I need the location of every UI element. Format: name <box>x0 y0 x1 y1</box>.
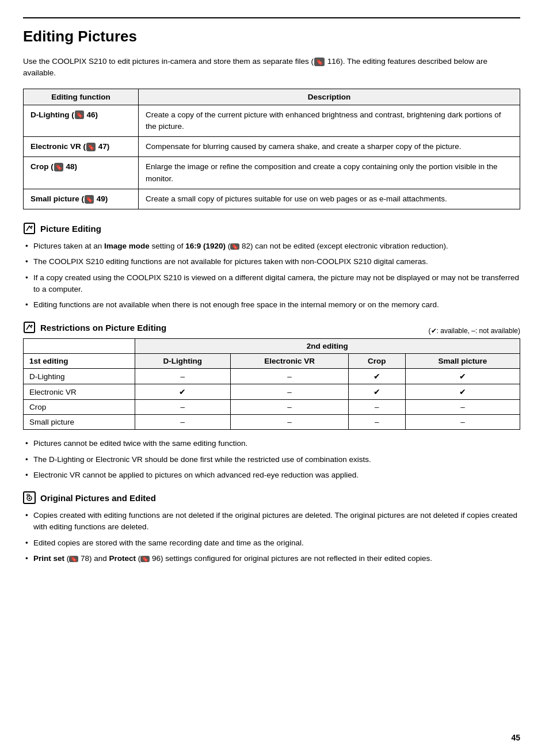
desc-small-picture: Create a small copy of pictures suitable… <box>139 189 520 209</box>
list-item: If a copy created using the COOLPIX S210… <box>23 272 520 296</box>
cell-crop-dl: – <box>135 400 231 415</box>
function-d-lighting: D-Lighting (🔖 46) <box>24 105 139 137</box>
ref-icon: 🔖 <box>86 143 96 151</box>
page-title: Editing Pictures <box>23 28 520 45</box>
svg-rect-2 <box>24 322 35 333</box>
desc-d-lighting: Create a copy of the current picture wit… <box>139 105 520 137</box>
list-item: Pictures taken at an Image mode setting … <box>23 240 520 252</box>
top-divider <box>23 17 520 18</box>
ref-icon: 🔖 <box>54 163 63 171</box>
page-number: 45 <box>511 733 520 742</box>
list-item: Editing functions are not available when… <box>23 299 520 311</box>
picture-editing-title: Picture Editing <box>40 224 101 234</box>
cell-dl-sp: ✔ <box>405 369 520 384</box>
col-header-function: Editing function <box>24 89 139 105</box>
restrictions-header-row: Restrictions on Picture Editing (✔: avai… <box>23 321 520 335</box>
row-label-small-picture: Small picture <box>24 415 135 430</box>
table-row: Small picture – – – – <box>24 415 520 430</box>
table-row: Crop (🔖 48) Enlarge the image or refine … <box>24 157 520 189</box>
table-row: Electronic VR ✔ – ✔ ✔ <box>24 384 520 400</box>
restrictions-bullets: Pictures cannot be edited twice with the… <box>23 438 520 481</box>
row-label-crop: Crop <box>24 400 135 415</box>
row-label-d-lighting: D-Lighting <box>24 369 135 384</box>
cell-crop-crop: – <box>348 400 405 415</box>
crop-col-header: Crop <box>348 354 405 369</box>
cell-evr-dl: ✔ <box>135 384 231 400</box>
ref-icon: 🔖 <box>230 243 239 250</box>
cell-evr-evr: – <box>231 384 349 400</box>
col-header-description: Description <box>139 89 520 105</box>
list-item: The D-Lighting or Electronic VR should b… <box>23 454 520 465</box>
list-item: The COOLPIX S210 editing functions are n… <box>23 256 520 268</box>
restrictions-title: Restrictions on Picture Editing <box>40 323 166 333</box>
list-item: Pictures cannot be edited twice with the… <box>23 438 520 449</box>
cell-dl-crop: ✔ <box>348 369 405 384</box>
svg-point-7 <box>29 498 30 499</box>
ref-icon: 🔖 <box>75 110 84 119</box>
function-small-picture: Small picture (🔖 49) <box>24 189 139 209</box>
original-pictures-bullets: Copies created with editing functions ar… <box>23 510 520 564</box>
electronic-vr-col-header: Electronic VR <box>231 354 349 369</box>
function-electronic-vr: Electronic VR (🔖 47) <box>24 137 139 157</box>
ref-116: 🔖 <box>314 58 325 66</box>
restrictions-note: (✔: available, –: not available) <box>429 327 520 335</box>
1st-editing-col-header: 1st editing <box>24 354 135 369</box>
cell-evr-crop: ✔ <box>348 384 405 400</box>
ref-icon: 🔖 <box>69 556 78 562</box>
2nd-editing-header: 2nd editing <box>135 339 520 354</box>
ref-icon: 🔖 <box>140 556 150 562</box>
list-item: Edited copies are stored with the same r… <box>23 537 520 549</box>
row-label-evr: Electronic VR <box>24 384 135 400</box>
empty-corner-header <box>24 339 135 354</box>
list-item: Electronic VR cannot be applied to pictu… <box>23 469 520 481</box>
cell-sp-crop: – <box>348 415 405 430</box>
ref-icon: 🔖 <box>85 195 94 204</box>
function-crop: Crop (🔖 48) <box>24 157 139 189</box>
cell-crop-evr: – <box>231 400 349 415</box>
page: Editing Pictures Use the COOLPIX S210 to… <box>0 0 549 756</box>
bold-print-set: Print set <box>33 554 64 563</box>
table-row: Small picture (🔖 49) Create a small copy… <box>24 189 520 209</box>
table-row: Electronic VR (🔖 47) Compensate for blur… <box>24 137 520 157</box>
cell-sp-sp: – <box>405 415 520 430</box>
list-item: Print set (🔖 78) and Protect (🔖 96) sett… <box>23 553 520 564</box>
table-row: Crop – – – – <box>24 400 520 415</box>
picture-editing-header: Picture Editing <box>23 222 520 235</box>
list-item: Copies created with editing functions ar… <box>23 510 520 533</box>
desc-crop: Enlarge the image or refine the composit… <box>139 157 520 189</box>
bold-resolution: 16:9 (1920) <box>185 242 226 250</box>
original-pictures-title: Original Pictures and Edited <box>40 493 156 503</box>
table-row: D-Lighting (🔖 46) Create a copy of the c… <box>24 105 520 137</box>
cell-sp-evr: – <box>231 415 349 430</box>
editing-table: Editing function Description D-Lighting … <box>23 89 520 210</box>
note-icon <box>23 222 36 235</box>
cell-evr-sp: ✔ <box>405 384 520 400</box>
cell-sp-dl: – <box>135 415 231 430</box>
svg-rect-0 <box>24 223 35 234</box>
desc-electronic-vr: Compensate for blurring caused by camera… <box>139 137 520 157</box>
restrictions-header-left: Restrictions on Picture Editing <box>23 321 166 334</box>
camera-icon <box>23 491 36 504</box>
small-picture-col-header: Small picture <box>405 354 520 369</box>
restrictions-table: 2nd editing 1st editing D-Lighting Elect… <box>23 338 520 430</box>
svg-point-3 <box>31 325 33 327</box>
note-icon-2 <box>23 321 36 334</box>
intro-paragraph: Use the COOLPIX S210 to edit pictures in… <box>23 56 520 79</box>
table-row: D-Lighting – – ✔ ✔ <box>24 369 520 384</box>
picture-editing-bullets: Pictures taken at an Image mode setting … <box>23 240 520 311</box>
bold-image-mode: Image mode <box>104 242 150 250</box>
d-lighting-col-header: D-Lighting <box>135 354 231 369</box>
cell-dl-dl: – <box>135 369 231 384</box>
original-pictures-header: Original Pictures and Edited <box>23 491 520 504</box>
bold-protect: Protect <box>109 554 136 563</box>
cell-dl-evr: – <box>231 369 349 384</box>
cell-crop-sp: – <box>405 400 520 415</box>
svg-point-1 <box>31 226 33 228</box>
